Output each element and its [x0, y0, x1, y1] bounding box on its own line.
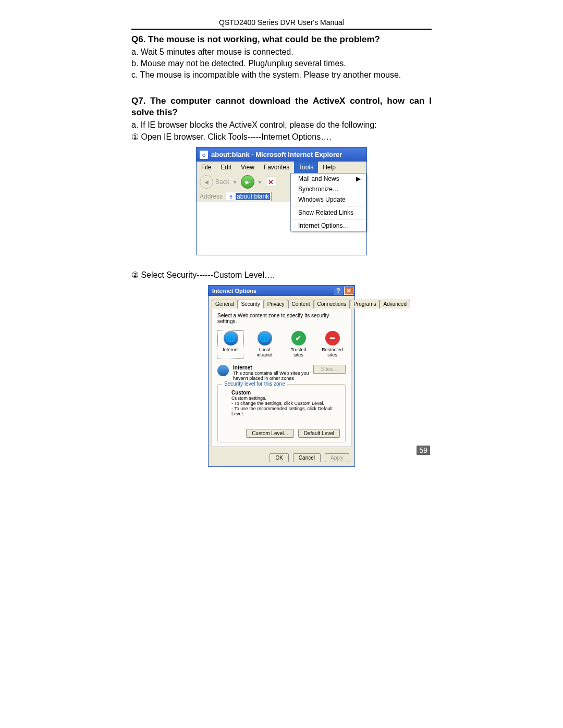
fieldset-legend: Security level for this zone — [222, 381, 287, 387]
close-button-icon[interactable]: ✕ — [344, 287, 353, 295]
q6-a: a. Wait 5 minutes after mouse is connect… — [131, 47, 432, 57]
io-footer: OK Cancel Apply — [209, 450, 354, 466]
globe-icon — [217, 365, 229, 376]
back-chevron-icon[interactable]: ▼ — [232, 179, 238, 185]
dd-show-related[interactable]: Show Related Links — [291, 207, 366, 218]
manual-page: QSTD2400 Series DVR User's Manual Q6. Th… — [0, 0, 563, 467]
custom-line1: Custom settings. — [231, 396, 340, 401]
io-body: Select a Web content zone to specify its… — [212, 308, 351, 447]
forward-chevron-icon[interactable]: ▼ — [258, 179, 263, 185]
stop-icon: ✕ — [268, 178, 274, 186]
zone-restricted-label: Restricted sites — [320, 348, 345, 358]
help-button-icon[interactable]: ? — [334, 287, 343, 295]
dd-windows-update[interactable]: Windows Update — [291, 194, 366, 205]
globe-icon: 🌐 — [258, 331, 272, 346]
dd-internet-options[interactable]: Internet Options… — [291, 220, 366, 231]
stop-button[interactable]: ✕ — [266, 177, 276, 187]
tab-programs[interactable]: Programs — [350, 300, 380, 309]
ie-titlebar: e about:blank - Microsoft Internet Explo… — [197, 147, 366, 162]
zone-row: 🌐 Internet 🌐 Local intranet ✔ Trusted si… — [217, 328, 346, 361]
tab-content[interactable]: Content — [288, 300, 314, 309]
security-level-fieldset: Security level for this zone Custom Cust… — [217, 384, 346, 442]
io-titlebar: Internet Options ? ✕ — [209, 286, 354, 296]
page-icon: e — [227, 193, 235, 200]
menu-tools[interactable]: Tools — [294, 162, 318, 173]
zone-desc-text: This zone contains all Web sites you hav… — [233, 371, 313, 381]
ie-title-text: about:blank - Microsoft Internet Explore… — [211, 151, 342, 158]
zone-desc-title: Internet — [233, 365, 313, 371]
zone-local-label: Local intranet — [252, 348, 277, 358]
custom-level-button[interactable]: Custom Level... — [246, 429, 293, 438]
check-icon: ✔ — [291, 331, 306, 346]
submenu-arrow-icon: ▶ — [356, 175, 361, 182]
cancel-button[interactable]: Cancel — [293, 453, 321, 462]
ie-window: e about:blank - Microsoft Internet Explo… — [196, 147, 367, 255]
io-figure: Internet Options ? ✕ General Security Pr… — [131, 285, 432, 467]
ie-menubar: File Edit View Favorites Tools Help — [197, 162, 366, 173]
menu-view[interactable]: View — [236, 162, 259, 173]
zone-internet-label: Internet — [223, 348, 239, 353]
page-number: 59 — [417, 446, 430, 455]
forward-button-icon[interactable]: ► — [241, 175, 254, 189]
q7-step2: ② Select Security------Custom Level…. — [131, 270, 432, 280]
dd-mail-label: Mail and News — [298, 175, 339, 182]
tab-privacy[interactable]: Privacy — [264, 300, 288, 309]
zone-trusted[interactable]: ✔ Trusted sites — [286, 331, 311, 358]
tab-general[interactable]: General — [212, 300, 238, 309]
dd-synchronize[interactable]: Synchronize… — [291, 184, 366, 194]
internet-options-dialog: Internet Options ? ✕ General Security Pr… — [208, 285, 355, 467]
custom-title: Custom — [231, 390, 340, 396]
tab-advanced[interactable]: Advanced — [380, 300, 410, 309]
ok-button[interactable]: OK — [270, 453, 288, 462]
q6-b: b. Mouse may not be detected. Plug/unplu… — [131, 59, 432, 68]
custom-line2: - To change the settings, click Custom L… — [231, 401, 340, 406]
back-label: Back — [215, 178, 229, 186]
minus-icon: ━ — [325, 331, 340, 346]
menu-file[interactable]: File — [197, 162, 216, 173]
dd-mail-news[interactable]: Mail and News ▶ — [291, 174, 366, 184]
q6-title: Q6. The mouse is not working, what could… — [131, 34, 432, 45]
dd-separator — [292, 219, 365, 219]
default-level-button[interactable]: Default Level — [298, 429, 340, 438]
sites-button[interactable]: Sites… — [313, 365, 346, 374]
menu-help[interactable]: Help — [318, 162, 340, 173]
tab-connections[interactable]: Connections — [314, 300, 350, 309]
ie-figure: e about:blank - Microsoft Internet Explo… — [131, 147, 432, 255]
menu-favorites[interactable]: Favorites — [259, 162, 294, 173]
menu-edit[interactable]: Edit — [216, 162, 236, 173]
zone-description: Internet This zone contains all Web site… — [217, 365, 346, 381]
zone-trusted-label: Trusted sites — [286, 348, 311, 358]
custom-line3: - To use the recommended settings, click… — [231, 406, 340, 416]
address-input[interactable]: e about:blank — [226, 192, 272, 201]
q7-title: Q7. The computer cannot download the Act… — [131, 95, 432, 118]
back-button-icon[interactable]: ◄ — [200, 175, 213, 189]
ie-icon: e — [200, 151, 208, 159]
zone-local-intranet[interactable]: 🌐 Local intranet — [252, 331, 277, 358]
io-instruction: Select a Web content zone to specify its… — [217, 313, 346, 324]
q7-a: a. If IE browser blocks the ActiveX cont… — [131, 120, 432, 130]
dd-separator — [292, 206, 365, 206]
address-value: about:blank — [236, 193, 270, 200]
page-header: QSTD2400 Series DVR User's Manual — [131, 18, 432, 30]
zone-restricted[interactable]: ━ Restricted sites — [320, 331, 345, 358]
globe-icon: 🌐 — [224, 331, 238, 346]
tab-security[interactable]: Security — [238, 300, 264, 309]
tools-dropdown: Mail and News ▶ Synchronize… Windows Upd… — [290, 173, 366, 231]
io-tabs: General Security Privacy Content Connect… — [209, 296, 354, 308]
io-title-text: Internet Options — [212, 288, 256, 294]
q7-step1: ① Open IE browser. Click Tools-----Inter… — [131, 132, 432, 142]
address-label: Address — [200, 193, 223, 200]
zone-internet[interactable]: 🌐 Internet — [218, 331, 243, 358]
q6-c: c. The mouse is incompatible with the sy… — [131, 70, 432, 80]
apply-button[interactable]: Apply — [325, 453, 349, 462]
